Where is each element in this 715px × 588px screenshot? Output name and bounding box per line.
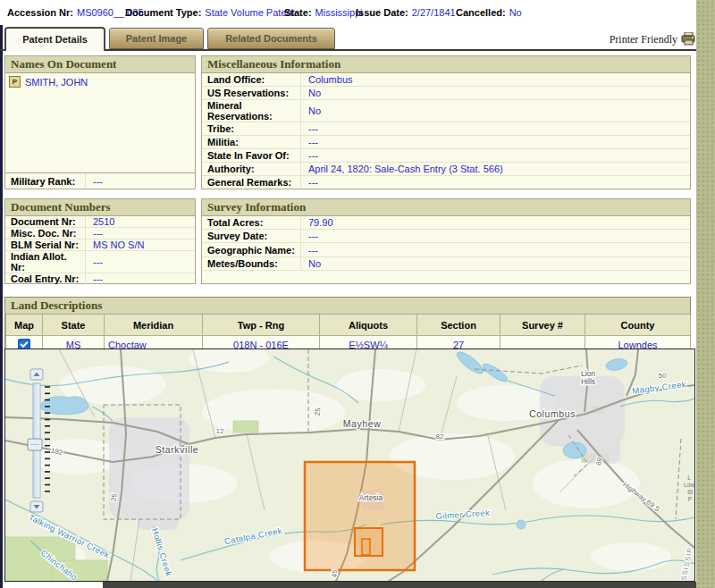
- cancelled-label: Cancelled:: [456, 7, 506, 18]
- road-label-25-east: 25: [314, 407, 323, 416]
- road-label-25-west: 25: [109, 492, 118, 502]
- military-rank-label: Military Rank:: [5, 173, 86, 189]
- map-label-catalpa-creek: Catalpa Creek: [223, 525, 283, 546]
- map-label-truncated-4: P: [688, 496, 692, 502]
- state-field: State:Mississippi: [284, 7, 363, 18]
- field-label: Total Acres:: [202, 216, 301, 229]
- doctype-field: Document Type:State Volume Patent: [125, 7, 295, 18]
- map-label-hollis-creek: Hollis Creek: [150, 527, 174, 578]
- names-on-document-title: Names On Document: [5, 56, 195, 73]
- field-label: Indian Allot. Nr:: [5, 251, 86, 273]
- land-descriptions-section: Land Descriptions Map State Meridian Twp…: [4, 297, 691, 355]
- map-canvas: Starkville Mayhew Columbus Artesia Lion …: [5, 349, 694, 581]
- window-left-edge: [0, 0, 3, 588]
- township-map[interactable]: Starkville Mayhew Columbus Artesia Lion …: [4, 349, 695, 582]
- survey-row: Metes/Bounds:No: [202, 256, 690, 270]
- cancelled-field: Cancelled:No: [456, 7, 522, 18]
- misc-row: State In Favor Of:---: [202, 148, 690, 162]
- military-rank-row: Military Rank: ---: [5, 172, 195, 189]
- field-label: Misc. Doc. Nr:: [5, 228, 86, 239]
- misc-row: Militia:---: [202, 135, 690, 148]
- docnum-row: Document Nr:2510: [5, 216, 195, 227]
- map-label-starkville: Starkville: [156, 444, 199, 455]
- field-value: No: [301, 105, 321, 116]
- col-header-state: State: [43, 315, 105, 336]
- map-label-truncated-1: L: [687, 475, 691, 481]
- misc-information-title: Miscellaneous Information: [202, 56, 690, 73]
- misc-row: Tribe:---: [202, 122, 690, 135]
- record-header: Accession Nr:MS0960__.035 Document Type:…: [0, 0, 696, 25]
- cancelled-value: No: [509, 7, 522, 18]
- map-label-magby-creek: Magby Creek: [632, 379, 687, 395]
- survey-information-section: Survey Information Total Acres:79.90 Sur…: [201, 198, 691, 284]
- docnum-row: Coal Entry. Nr:---: [5, 273, 195, 284]
- docnum-row: Indian Allot. Nr:---: [5, 250, 195, 273]
- map-label-gilmer-creek: Gilmer Creek: [435, 508, 490, 521]
- field-value: ---: [301, 245, 318, 256]
- printer-icon: [681, 32, 696, 46]
- col-header-section: Section: [417, 315, 500, 336]
- map-label-columbus: Columbus: [529, 408, 576, 419]
- doctype-label: Document Type:: [125, 7, 201, 18]
- survey-information-title: Survey Information: [202, 199, 690, 216]
- aliquot-highlight[interactable]: [362, 539, 370, 555]
- tab-related-documents[interactable]: Related Documents: [207, 28, 335, 49]
- road-label-50: 50: [659, 372, 667, 380]
- issuedate-field: Issue Date:2/27/1841: [356, 7, 456, 18]
- field-label: Document Nr:: [5, 216, 86, 227]
- bottom-window-edge: [103, 582, 696, 588]
- survey-row: Survey Date:---: [202, 229, 690, 242]
- field-label: State In Favor Of:: [202, 149, 301, 162]
- name-entry: P SMITH, JOHN: [9, 76, 191, 88]
- field-label: Authority:: [202, 163, 301, 175]
- field-label: Tribe:: [202, 122, 301, 135]
- misc-row: US Reservations:No: [202, 86, 690, 99]
- col-header-survey: Survey #: [500, 315, 585, 336]
- field-label: US Reservations:: [202, 87, 301, 99]
- field-label: BLM Serial Nr:: [5, 239, 86, 250]
- field-label: Coal Entry. Nr:: [5, 273, 86, 284]
- military-rank-value: ---: [86, 176, 103, 187]
- field-label: Mineral Reservations:: [202, 100, 301, 122]
- road-label-45: 45: [331, 568, 340, 577]
- printer-friendly-link[interactable]: Printer Friendly: [604, 32, 696, 46]
- survey-row-empty: [202, 270, 690, 283]
- field-value: No: [301, 88, 321, 98]
- names-on-document-section: Names On Document P SMITH, JOHN Military…: [4, 55, 196, 189]
- field-value: 79.90: [301, 217, 333, 228]
- field-value: ---: [301, 123, 318, 134]
- bottom-left-gap: [3, 582, 103, 588]
- misc-row: General Remarks:---: [202, 175, 690, 189]
- names-list: P SMITH, JOHN: [5, 73, 195, 172]
- document-numbers-title: Document Numbers: [5, 199, 195, 216]
- printer-friendly-label: Printer Friendly: [610, 33, 677, 46]
- land-descriptions-title: Land Descriptions: [5, 298, 690, 315]
- field-value: ---: [301, 150, 318, 161]
- map-label-truncated-2: Low: [684, 482, 694, 488]
- misc-row: Mineral Reservations:No: [202, 99, 690, 122]
- map-label-truncated-3: St: [687, 489, 693, 495]
- checkmark-icon: [20, 340, 28, 348]
- col-header-meridian: Meridian: [105, 315, 203, 336]
- field-value: ---: [301, 231, 318, 241]
- accession-field: Accession Nr:MS0960__.035: [7, 7, 144, 18]
- patentee-name-link[interactable]: SMITH, JOHN: [25, 77, 88, 88]
- field-label: Survey Date:: [202, 230, 301, 242]
- field-value: ---: [301, 137, 318, 147]
- field-value: ---: [301, 177, 318, 188]
- misc-information-section: Miscellaneous Information Land Office:Co…: [201, 55, 691, 189]
- field-value: ---: [86, 228, 103, 239]
- tab-patent-image[interactable]: Patent Image: [109, 28, 204, 49]
- map-label-mayhew: Mayhew: [343, 418, 382, 429]
- map-zoom-slider: [28, 369, 50, 512]
- col-header-aliquots: Aliquots: [320, 315, 417, 336]
- docnum-row: Misc. Doc. Nr:---: [5, 227, 195, 239]
- page-background-band: [696, 0, 715, 588]
- field-value: No: [301, 258, 321, 269]
- issuedate-label: Issue Date:: [356, 7, 408, 18]
- tab-patent-details[interactable]: Patent Details: [4, 27, 105, 51]
- survey-row: Total Acres:79.90: [202, 216, 690, 229]
- field-value: ---: [86, 273, 103, 284]
- document-numbers-section: Document Numbers Document Nr:2510 Misc. …: [4, 198, 196, 284]
- map-label-hills: Hills: [581, 377, 595, 386]
